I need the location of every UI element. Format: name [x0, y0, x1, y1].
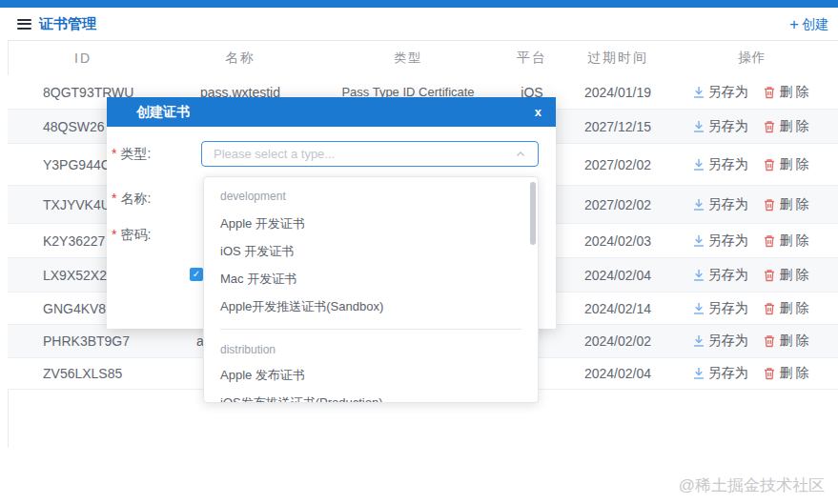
cert-expiry: 2024/02/02 — [570, 333, 665, 349]
save-as-label: 另存为 — [708, 84, 748, 101]
certificate-management-page: 证书管理 + 创建 ID 名称 类型 平台 过期时间 操作 8QGT93TRWU… — [0, 0, 838, 504]
download-icon — [692, 198, 705, 212]
chevron-up-icon — [515, 149, 526, 160]
delete-label: 删除 — [779, 156, 811, 173]
type-dropdown: developmentApple 开发证书iOS 开发证书Mac 开发证书App… — [203, 176, 539, 403]
save-as-button[interactable]: 另存为 — [692, 84, 748, 101]
trash-icon — [763, 86, 776, 99]
cert-expiry: 2024/02/14 — [570, 301, 665, 316]
delete-button[interactable]: 删除 — [763, 333, 811, 350]
download-icon — [692, 334, 705, 348]
save-as-button[interactable]: 另存为 — [692, 118, 748, 135]
dropdown-group-label: distribution — [204, 338, 538, 361]
cert-expiry: 2027/12/15 — [570, 119, 665, 134]
type-select-placeholder: Please select a type... — [214, 147, 335, 161]
dropdown-option[interactable]: iOS 开发证书 — [204, 237, 538, 265]
download-icon — [692, 269, 705, 282]
cert-expiry: 2024/02/04 — [570, 366, 665, 381]
menu-icon[interactable] — [17, 19, 31, 30]
type-field-label: *类型: — [112, 146, 151, 163]
delete-label: 删除 — [779, 232, 811, 250]
dropdown-option[interactable]: Apple开发推送证书(Sandbox) — [204, 292, 538, 320]
delete-button[interactable]: 删除 — [763, 118, 811, 135]
dropdown-option[interactable]: Apple 发布证书 — [204, 361, 538, 389]
save-as-label: 另存为 — [708, 300, 748, 317]
plus-icon: + — [789, 18, 799, 31]
checkbox-checked[interactable]: ✓ — [190, 268, 203, 281]
trash-icon — [763, 234, 776, 248]
row-actions: 另存为 删除 — [665, 232, 838, 249]
trash-icon — [763, 198, 776, 212]
cert-expiry: 2024/02/03 — [570, 233, 665, 249]
row-actions: 另存为 删除 — [665, 83, 838, 100]
required-mark: * — [112, 227, 116, 242]
required-mark: * — [112, 191, 116, 206]
create-button-label: 创建 — [802, 16, 828, 33]
save-as-label: 另存为 — [708, 232, 748, 250]
trash-icon — [763, 367, 776, 380]
cert-id: ZV56LXLS85 — [8, 366, 158, 381]
save-as-label: 另存为 — [708, 365, 748, 382]
save-as-button[interactable]: 另存为 — [692, 365, 748, 382]
save-as-button[interactable]: 另存为 — [692, 196, 748, 213]
save-as-button[interactable]: 另存为 — [692, 300, 748, 317]
delete-button[interactable]: 删除 — [763, 84, 811, 101]
download-icon — [692, 302, 705, 315]
type-dropdown-list: developmentApple 开发证书iOS 开发证书Mac 开发证书App… — [204, 183, 538, 403]
dialog-title: 创建证书 — [136, 104, 190, 121]
close-icon[interactable]: x — [535, 105, 542, 119]
delete-label: 删除 — [779, 300, 811, 317]
dropdown-option[interactable]: Mac 开发证书 — [204, 265, 538, 292]
download-icon — [692, 367, 705, 380]
save-as-label: 另存为 — [708, 267, 748, 284]
delete-label: 删除 — [779, 118, 811, 135]
cert-id: PHRK3BT9G7 — [8, 333, 158, 349]
save-as-label: 另存为 — [708, 118, 748, 135]
save-as-button[interactable]: 另存为 — [692, 267, 748, 284]
delete-button[interactable]: 删除 — [763, 156, 811, 173]
app-header: 证书管理 + 创建 — [8, 8, 838, 41]
dropdown-option[interactable]: iOS发布推送证书(Production) — [204, 389, 538, 403]
column-header-type: 类型 — [322, 50, 494, 67]
type-select[interactable]: Please select a type... — [201, 141, 539, 167]
save-as-button[interactable]: 另存为 — [692, 333, 748, 350]
save-as-label: 另存为 — [708, 196, 748, 213]
column-header-platform: 平台 — [494, 50, 570, 67]
column-header-id: ID — [8, 50, 158, 66]
dropdown-group-label: development — [204, 183, 538, 210]
dropdown-option[interactable]: Apple 开发证书 — [204, 210, 538, 237]
trash-icon — [763, 120, 776, 133]
delete-label: 删除 — [779, 267, 811, 284]
trash-icon — [763, 269, 776, 282]
save-as-button[interactable]: 另存为 — [692, 156, 748, 173]
delete-button[interactable]: 删除 — [763, 365, 811, 382]
download-icon — [692, 86, 705, 99]
delete-button[interactable]: 删除 — [763, 232, 811, 250]
top-accent-bar — [0, 0, 838, 8]
create-button[interactable]: + 创建 — [789, 8, 828, 41]
delete-button[interactable]: 删除 — [763, 196, 811, 213]
save-as-label: 另存为 — [708, 333, 748, 350]
delete-label: 删除 — [779, 365, 811, 382]
save-as-button[interactable]: 另存为 — [692, 232, 748, 250]
download-icon — [692, 120, 705, 133]
page-title: 证书管理 — [39, 15, 96, 33]
cert-expiry: 2027/02/02 — [570, 197, 665, 212]
delete-button[interactable]: 删除 — [763, 267, 811, 284]
save-as-label: 另存为 — [708, 156, 748, 173]
delete-label: 删除 — [779, 196, 811, 213]
dialog-header: 创建证书 x — [107, 97, 556, 127]
dropdown-divider — [220, 329, 521, 330]
delete-label: 删除 — [779, 84, 811, 101]
row-actions: 另存为 删除 — [665, 117, 838, 134]
check-icon: ✓ — [193, 269, 200, 279]
column-header-name: 名称 — [158, 50, 322, 67]
row-actions: 另存为 删除 — [665, 299, 838, 316]
row-actions: 另存为 删除 — [665, 155, 838, 172]
trash-icon — [763, 302, 776, 315]
trash-icon — [763, 158, 776, 171]
delete-button[interactable]: 删除 — [763, 300, 811, 317]
dropdown-scrollbar-thumb[interactable] — [530, 182, 536, 245]
row-actions: 另存为 删除 — [665, 195, 838, 212]
delete-label: 删除 — [779, 333, 811, 350]
